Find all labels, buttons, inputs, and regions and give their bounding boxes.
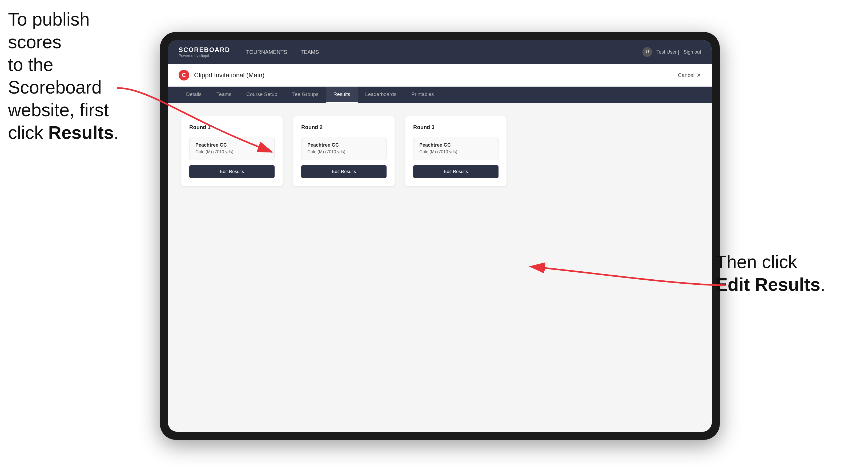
nav-tournaments[interactable]: TOURNAMENTS: [246, 47, 287, 57]
tab-details[interactable]: Details: [179, 87, 209, 103]
round-2-card: Round 2 Peachtree GC Gold (M) (7010 yds)…: [293, 116, 395, 186]
tournament-title-area: C Clippd Invitational (Main): [179, 70, 265, 81]
round-2-course-name: Peachtree GC: [307, 142, 380, 148]
tab-printables[interactable]: Printables: [404, 87, 441, 103]
round-2-title: Round 2: [301, 124, 386, 130]
edit-results-round-1-button[interactable]: Edit Results: [189, 165, 275, 178]
tab-results[interactable]: Results: [326, 87, 358, 103]
tab-tee-groups[interactable]: Tee Groups: [285, 87, 326, 103]
round-3-course-name: Peachtree GC: [419, 142, 492, 148]
tab-navigation: Details Teams Course Setup Tee Groups Re…: [168, 87, 712, 103]
round-1-title: Round 1: [189, 124, 275, 130]
round-3-course-card: Peachtree GC Gold (M) (7010 yds): [413, 137, 498, 160]
user-label: Test User |: [656, 49, 679, 55]
round-3-card: Round 3 Peachtree GC Gold (M) (7010 yds)…: [405, 116, 506, 186]
instruction-right: Then click Edit Results.: [715, 251, 825, 296]
tournament-header: C Clippd Invitational (Main) Cancel ✕: [168, 64, 712, 87]
cancel-button[interactable]: Cancel ✕: [678, 72, 701, 79]
nav-links: TOURNAMENTS TEAMS: [246, 47, 643, 57]
tab-course-setup[interactable]: Course Setup: [239, 87, 285, 103]
sign-out-link[interactable]: Sign out: [684, 49, 701, 55]
round-1-course-card: Peachtree GC Gold (M) (7010 yds): [189, 137, 275, 160]
instruction-left: To publish scores to the Scoreboard webs…: [8, 8, 131, 144]
round-3-course-details: Gold (M) (7010 yds): [419, 150, 492, 154]
top-navigation: SCOREBOARD Powered by clippd TOURNAMENTS…: [168, 40, 712, 64]
logo-area: SCOREBOARD Powered by clippd: [179, 46, 230, 58]
round-2-course-details: Gold (M) (7010 yds): [307, 150, 380, 154]
logo-text: SCOREBOARD: [179, 46, 230, 53]
nav-right: U Test User | Sign out: [643, 47, 701, 57]
round-1-card: Round 1 Peachtree GC Gold (M) (7010 yds)…: [181, 116, 283, 186]
round-1-course-name: Peachtree GC: [195, 142, 269, 148]
tablet-screen: SCOREBOARD Powered by clippd TOURNAMENTS…: [168, 40, 712, 432]
tab-leaderboards[interactable]: Leaderboards: [358, 87, 404, 103]
nav-teams[interactable]: TEAMS: [301, 47, 319, 57]
round-1-course-details: Gold (M) (7010 yds): [195, 150, 269, 154]
edit-results-round-2-button[interactable]: Edit Results: [301, 165, 386, 178]
round-2-course-card: Peachtree GC Gold (M) (7010 yds): [301, 137, 386, 160]
clippd-logo: C: [179, 70, 189, 81]
tablet-device: SCOREBOARD Powered by clippd TOURNAMENTS…: [160, 32, 720, 440]
main-content: Round 1 Peachtree GC Gold (M) (7010 yds)…: [168, 103, 712, 432]
tab-teams[interactable]: Teams: [209, 87, 239, 103]
tournament-name: Clippd Invitational (Main): [194, 71, 265, 79]
round-3-title: Round 3: [413, 124, 498, 130]
rounds-grid: Round 1 Peachtree GC Gold (M) (7010 yds)…: [181, 116, 699, 186]
edit-results-round-3-button[interactable]: Edit Results: [413, 165, 498, 178]
user-avatar: U: [643, 47, 652, 57]
logo-sub: Powered by clippd: [179, 54, 230, 58]
